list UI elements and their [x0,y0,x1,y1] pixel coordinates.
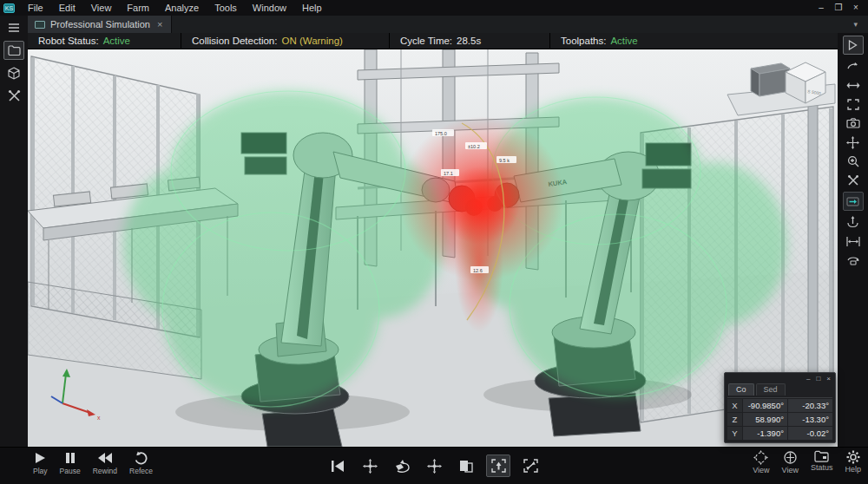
coordinate-panel-tabs: Co Sed [725,383,835,396]
toolpaths-value: Active [610,36,637,46]
application-window: KS File Edit View Farm Analyze Tools Win… [0,0,868,484]
coordinate-value: -13.30° [788,413,832,426]
collision-detection-label: Collision Detection: [192,36,277,46]
menu-hamburger-icon[interactable] [3,18,24,37]
play-label: Play [33,467,48,475]
menu-tools[interactable]: Tools [207,2,245,14]
panel-restore-icon[interactable]: □ [816,375,820,383]
view-orbit-button[interactable]: View [753,450,769,474]
cycle-time-value: 28.5s [457,36,481,46]
dimension-annotation: 9.5 k [499,158,510,163]
coordinate-row-x: X -90.9850° -20.33° [727,399,832,412]
pan-tool-icon[interactable] [358,455,382,477]
window-controls: – ❐ × [814,2,868,14]
axis-label: Y [727,427,742,440]
axis-label: Z [727,413,742,426]
rewind-label: Rewind [93,467,117,475]
coordinate-value: -0.02° [788,427,832,440]
tab-label: Professional Simulation [50,19,150,29]
menu-help[interactable]: Help [294,2,330,14]
cycle-time-label: Cycle Time: [400,36,452,46]
fit-view-icon[interactable] [518,455,542,477]
play-button[interactable]: Play [33,451,48,475]
left-toolbar [0,16,28,447]
menu-analyze[interactable]: Analyze [157,2,207,14]
coordinate-tab-sed[interactable]: Sed [756,383,786,396]
pan-icon[interactable] [843,133,864,152]
coordinate-value: -20.33° [788,399,832,412]
arrows-horizontal-icon[interactable] [843,75,864,95]
bottom-toolbar: Play Pause Rewind Refece [0,447,868,484]
status-folder-button[interactable]: Status [811,450,833,474]
right-toolbar [838,33,868,447]
collision-detection-segment: Collision Detection: ON (Warning) [181,33,390,49]
close-button[interactable]: × [849,2,863,14]
status-bar: Robot Status: Active Collision Detection… [28,33,838,49]
axis-x-label: x [97,415,101,421]
orbit-icon[interactable] [843,251,864,270]
toolpaths-segment: Toolpaths: Active [550,33,838,49]
copy-icon[interactable] [454,455,478,477]
robot-scene: S 5000 [28,49,838,447]
tab-close-icon[interactable]: × [157,19,162,29]
center-toolbar [326,455,542,477]
zoom-in-icon[interactable] [843,152,864,171]
cube-icon[interactable] [3,63,24,82]
menu-edit[interactable]: Edit [51,2,83,14]
coordinate-value: -1.390° [743,427,787,440]
tools-x-icon[interactable] [843,171,864,190]
play-icon[interactable] [843,36,864,55]
tools-icon[interactable] [3,86,24,105]
coordinate-row-y: Y -1.390° -0.02° [727,427,832,440]
menu-window[interactable]: Window [245,2,294,14]
measure-icon[interactable] [843,232,864,251]
coordinate-panel[interactable]: – □ × Co Sed X -90.9850° -20.33° Z 58.99… [724,372,836,443]
redo-icon[interactable] [843,56,864,75]
skip-start-icon[interactable] [326,455,350,477]
collision-detection-value: ON (Warning) [281,36,343,46]
coordinate-value: 58.990° [743,413,787,426]
focus-selection-icon[interactable] [486,455,510,477]
pan-tool-icon[interactable] [422,455,446,477]
menu-file[interactable]: File [20,2,51,14]
status-label: Status [811,463,833,472]
pause-button[interactable]: Pause [60,451,81,475]
view-pan-button[interactable]: View [782,450,799,474]
camera-icon[interactable] [843,114,864,133]
tab-overflow-arrow-icon[interactable]: ▾ [853,20,858,29]
tab-bar: Professional Simulation × ▾ [28,16,868,33]
restore-button[interactable]: ❐ [832,2,845,14]
menu-farm[interactable]: Farm [119,2,157,14]
toolpaths-label: Toolpaths: [561,36,606,46]
title-bar: KS File Edit View Farm Analyze Tools Win… [0,0,868,16]
folder-icon[interactable] [3,41,24,60]
panel-minimize-icon[interactable]: – [806,375,810,383]
coordinate-row-z: Z 58.990° -13.30° [727,413,832,426]
robot-status-label: Robot Status: [38,36,99,46]
view-pan-label: View [782,466,799,474]
coordinate-tab-co[interactable]: Co [728,383,754,396]
fullscreen-icon[interactable] [843,95,864,114]
reset-button[interactable]: Refece [129,451,153,475]
minimize-button[interactable]: – [814,2,828,14]
upload-icon[interactable] [843,213,864,232]
rotate-object-icon[interactable] [390,455,414,477]
coordinate-value: -90.9850° [743,399,787,412]
pause-label: Pause [60,467,81,475]
coordinate-panel-controls: – □ × [725,373,835,383]
simulation-viewport[interactable]: S 5000 [28,49,838,447]
view-orbit-label: View [753,466,769,474]
tab-professional-simulation[interactable]: Professional Simulation × [28,16,172,33]
panel-close-icon[interactable]: × [826,375,831,383]
menu-bar: File Edit View Farm Analyze Tools Window… [20,2,330,14]
bottom-right-toolbar: View View Status Help [753,450,861,474]
help-gear-button[interactable]: Help [845,450,861,474]
reset-label: Refece [129,467,153,475]
robot-status-value: Active [103,36,130,46]
help-label: Help [845,465,861,474]
transport-controls: Play Pause Rewind Refece [33,451,153,475]
sync-icon[interactable] [843,192,864,211]
menu-view[interactable]: View [83,2,120,14]
rewind-button[interactable]: Rewind [93,451,117,475]
monitor-icon [35,21,45,29]
